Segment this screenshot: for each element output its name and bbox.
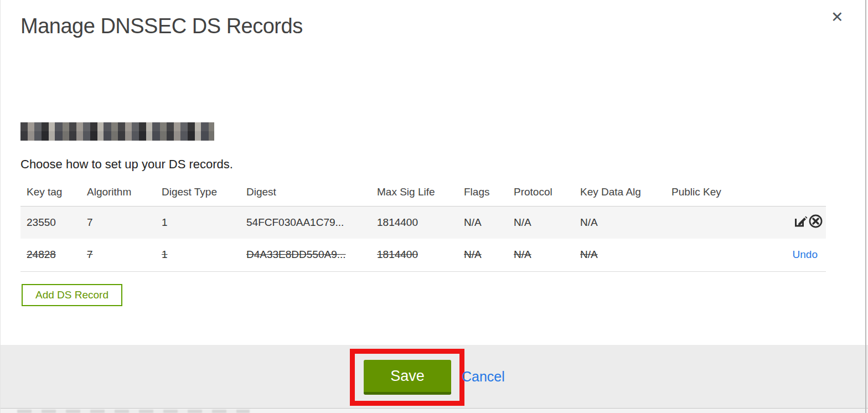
column-header-protocol: Protocol	[514, 182, 580, 206]
ds-records-table: Key tag Algorithm Digest Type Digest Max…	[20, 182, 826, 272]
table-row-deleted: 24828 7 1 D4A33E8DD550A9... 1814400 N/A …	[20, 239, 826, 271]
instruction-text: Choose how to set up your DS records.	[20, 157, 233, 172]
cell-digest-type: 1	[162, 239, 246, 271]
cell-public-key	[671, 206, 758, 239]
close-x-icon[interactable]: ✕	[831, 10, 844, 25]
column-header-max-sig-life: Max Sig Life	[377, 182, 464, 206]
cell-digest: 54FCF030AA1C79...	[246, 206, 377, 239]
manage-dnssec-ds-records-modal: Manage DNSSEC DS Records ✕ Choose how to…	[0, 0, 868, 413]
column-header-actions	[758, 182, 826, 206]
cell-flags: N/A	[464, 239, 514, 271]
add-ds-record-button[interactable]: Add DS Record	[22, 284, 122, 306]
column-header-digest: Digest	[246, 182, 377, 206]
column-header-flags: Flags	[464, 182, 514, 206]
table-header-row: Key tag Algorithm Digest Type Digest Max…	[20, 182, 826, 206]
cell-algorithm: 7	[87, 206, 162, 239]
cell-digest: D4A33E8DD550A9...	[246, 239, 377, 271]
column-header-algorithm: Algorithm	[87, 182, 162, 206]
page-title: Manage DNSSEC DS Records	[20, 14, 303, 38]
column-header-public-key: Public Key	[671, 182, 758, 206]
cell-algorithm: 7	[87, 239, 162, 271]
cell-key-data-alg: N/A	[580, 239, 671, 271]
cell-key-tag: 24828	[20, 239, 87, 271]
cell-key-tag: 23550	[20, 206, 87, 239]
cell-max-sig-life: 1814400	[377, 206, 464, 239]
cell-digest-type: 1	[162, 206, 246, 239]
delete-circle-x-icon[interactable]	[808, 214, 823, 231]
cell-max-sig-life: 1814400	[377, 239, 464, 271]
column-header-key-tag: Key tag	[20, 182, 87, 206]
background-page-strip	[1, 408, 868, 413]
column-header-key-data-alg: Key Data Alg	[580, 182, 671, 206]
row-actions: Undo	[758, 239, 826, 271]
undo-link[interactable]: Undo	[793, 249, 823, 260]
edit-icon[interactable]	[793, 214, 808, 231]
table-row: 23550 7 1 54FCF030AA1C79... 1814400 N/A …	[20, 206, 826, 239]
cell-flags: N/A	[464, 206, 514, 239]
cell-protocol: N/A	[514, 239, 580, 271]
modal-right-border	[865, 0, 866, 413]
cell-key-data-alg: N/A	[580, 206, 671, 239]
row-actions	[758, 206, 826, 239]
column-header-digest-type: Digest Type	[162, 182, 246, 206]
redacted-domain-name	[20, 122, 214, 141]
cell-public-key	[671, 239, 758, 271]
save-button[interactable]: Save	[364, 360, 451, 395]
background-page-remnant	[17, 410, 250, 413]
cell-protocol: N/A	[514, 206, 580, 239]
cancel-link[interactable]: Cancel	[462, 369, 505, 385]
